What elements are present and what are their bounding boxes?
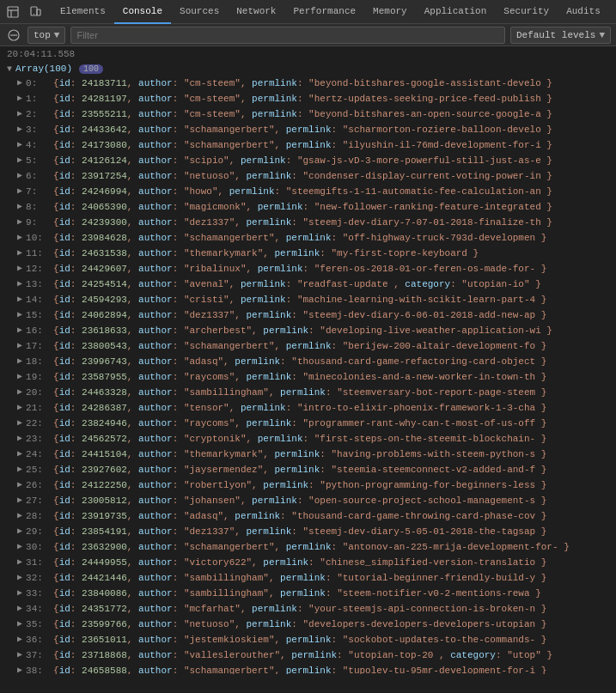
row-expand-arrow[interactable]: ▶ <box>17 277 22 291</box>
table-row: ▶ 32: {id: 24421446, author: "sambilling… <box>0 570 616 586</box>
row-index: 4: <box>26 138 50 152</box>
row-expand-arrow[interactable]: ▶ <box>17 324 22 337</box>
row-expand-arrow[interactable]: ▶ <box>17 463 22 477</box>
row-index: 27: <box>26 494 50 508</box>
row-expand-arrow[interactable]: ▶ <box>17 246 22 260</box>
row-index: 1: <box>26 92 50 106</box>
table-row: ▶ 20: {id: 24463328, author: "sambilling… <box>0 385 616 400</box>
tab-icons <box>3 3 45 21</box>
row-expand-arrow[interactable]: ▶ <box>17 386 22 399</box>
row-content: {id: 24062894, author: "dez1337", permli… <box>53 308 546 322</box>
row-index: 14: <box>26 293 50 307</box>
clear-console-button[interactable] <box>5 27 22 44</box>
row-expand-arrow[interactable]: ▶ <box>17 587 22 600</box>
row-expand-arrow[interactable]: ▶ <box>17 216 22 229</box>
row-expand-arrow[interactable]: ▶ <box>17 308 22 322</box>
tab-sources[interactable]: Sources <box>171 0 228 24</box>
row-expand-arrow[interactable]: ▶ <box>17 571 22 585</box>
row-index: 36: <box>26 633 50 647</box>
table-row: ▶ 22: {id: 23824946, author: "raycoms", … <box>0 416 616 431</box>
tab-application[interactable]: Application <box>416 0 496 24</box>
row-content: {id: 23005812, author: "johansen", perml… <box>53 494 546 508</box>
row-index: 12: <box>26 262 50 276</box>
row-expand-arrow[interactable]: ▶ <box>17 494 22 508</box>
row-expand-arrow[interactable]: ▶ <box>17 231 22 245</box>
row-expand-arrow[interactable]: ▶ <box>17 123 22 137</box>
table-row: ▶ 23: {id: 24562572, author: "cryptonik"… <box>0 431 616 447</box>
row-index: 24: <box>26 447 50 461</box>
row-index: 25: <box>26 463 50 477</box>
row-index: 8: <box>26 200 50 214</box>
console-output[interactable]: 20:04:11.558 ▼ Array(100) 100 ▶ 0: {id: … <box>0 46 616 674</box>
row-expand-arrow[interactable]: ▶ <box>17 169 22 183</box>
row-expand-arrow[interactable]: ▶ <box>17 370 22 384</box>
row-content: {id: 24254514, author: "avenal", permlin… <box>53 277 541 291</box>
row-expand-arrow[interactable]: ▶ <box>17 200 22 214</box>
row-index: 35: <box>26 617 50 631</box>
tab-memory[interactable]: Memory <box>364 0 416 24</box>
row-expand-arrow[interactable]: ▶ <box>17 355 22 368</box>
row-content: {id: 24433642, author: "schamangerbert",… <box>53 123 552 137</box>
row-content: {id: 24429607, author: "ribalinux", perm… <box>53 262 546 276</box>
tab-elements[interactable]: Elements <box>52 0 114 24</box>
row-expand-arrow[interactable]: ▶ <box>17 447 22 461</box>
array-header[interactable]: ▼ Array(100) 100 <box>0 62 616 76</box>
row-expand-arrow[interactable]: ▶ <box>17 617 22 631</box>
row-expand-arrow[interactable]: ▶ <box>17 540 22 554</box>
row-index: 2: <box>26 107 50 121</box>
row-index: 15: <box>26 308 50 322</box>
row-content: {id: 24421446, author: "sambillingham", … <box>53 571 546 585</box>
row-expand-arrow[interactable]: ▶ <box>17 92 22 106</box>
row-expand-arrow[interactable]: ▶ <box>17 478 22 492</box>
row-expand-arrow[interactable]: ▶ <box>17 602 22 616</box>
row-expand-arrow[interactable]: ▶ <box>17 416 22 430</box>
tab-security[interactable]: Security <box>495 0 558 24</box>
tab-audits[interactable]: Audits <box>558 0 609 24</box>
table-row: ▶ 17: {id: 23800543, author: "schamanger… <box>0 338 616 354</box>
row-expand-arrow[interactable]: ▶ <box>17 107 22 121</box>
row-expand-arrow[interactable]: ▶ <box>17 185 22 198</box>
array-expand-arrow[interactable]: ▼ <box>7 64 12 74</box>
row-expand-arrow[interactable]: ▶ <box>17 664 22 674</box>
table-row: ▶ 18: {id: 23996743, author: "adasq", pe… <box>0 354 616 369</box>
row-expand-arrow[interactable]: ▶ <box>17 76 22 90</box>
row-expand-arrow[interactable]: ▶ <box>17 262 22 276</box>
row-expand-arrow[interactable]: ▶ <box>17 509 22 523</box>
tab-performance[interactable]: Performance <box>284 0 364 24</box>
row-content: {id: 24449955, author: "victory622", per… <box>53 556 546 569</box>
tab-network[interactable]: Network <box>228 0 284 24</box>
row-index: 11: <box>26 246 50 260</box>
row-expand-arrow[interactable]: ▶ <box>17 401 22 415</box>
array-count-badge: 100 <box>79 64 103 74</box>
log-levels-selector[interactable]: Default levels ▼ <box>510 27 611 44</box>
svg-rect-0 <box>8 7 18 17</box>
row-index: 26: <box>26 478 50 492</box>
row-expand-arrow[interactable]: ▶ <box>17 138 22 152</box>
row-content: {id: 23555211, author: "cm-steem", perml… <box>53 107 552 121</box>
filter-input[interactable] <box>70 27 505 44</box>
row-index: 0: <box>26 76 50 90</box>
console-rows-container: ▶ 0: {id: 24183711, author: "cm-steem", … <box>0 76 616 674</box>
tab-console[interactable]: Console <box>114 0 171 24</box>
row-expand-arrow[interactable]: ▶ <box>17 339 22 353</box>
table-row: ▶ 33: {id: 23840086, author: "sambilling… <box>0 586 616 601</box>
table-row: ▶ 1: {id: 24281197, author: "cm-steem", … <box>0 91 616 106</box>
row-content: {id: 23840086, author: "sambillingham", … <box>53 587 541 600</box>
row-index: 7: <box>26 185 50 198</box>
row-expand-arrow[interactable]: ▶ <box>17 154 22 167</box>
context-selector[interactable]: top ▼ <box>27 27 65 44</box>
row-content: {id: 24562572, author: "cryptonik", perm… <box>53 432 546 446</box>
row-index: 28: <box>26 509 50 523</box>
row-expand-arrow[interactable]: ▶ <box>17 432 22 446</box>
row-content: {id: 23927602, author: "jaysermendez", p… <box>53 463 546 477</box>
row-index: 5: <box>26 154 50 167</box>
row-expand-arrow[interactable]: ▶ <box>17 648 22 662</box>
row-content: {id: 24183711, author: "cm-steem", perml… <box>53 76 552 90</box>
row-expand-arrow[interactable]: ▶ <box>17 556 22 569</box>
table-row: ▶ 9: {id: 24239300, author: "dez1337", p… <box>0 215 616 230</box>
device-icon[interactable] <box>26 3 45 21</box>
row-expand-arrow[interactable]: ▶ <box>17 525 22 538</box>
row-expand-arrow[interactable]: ▶ <box>17 633 22 647</box>
row-expand-arrow[interactable]: ▶ <box>17 293 22 307</box>
inspect-icon[interactable] <box>3 3 22 21</box>
